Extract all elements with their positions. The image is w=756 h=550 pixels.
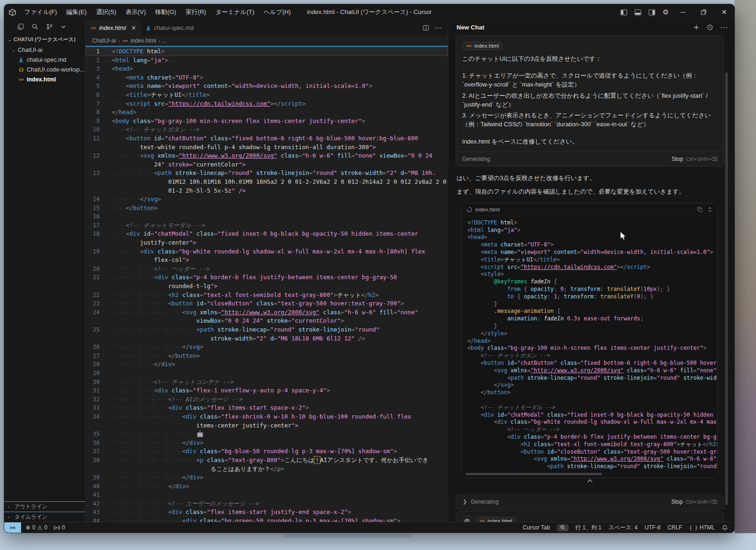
breadcrumb[interactable]: ChatUI-ai › <> index.html › ...	[86, 36, 448, 46]
more-options-icon[interactable]: ⋯	[720, 23, 728, 32]
line-number: 43	[86, 508, 100, 517]
braces-icon: { }	[689, 525, 698, 530]
chat-panel-header: New Chat ⋯	[448, 20, 734, 34]
toggle-right-panel-icon[interactable]	[645, 4, 659, 20]
code-block-line: <body class="bg-gray-100 min-h-screen fl…	[467, 345, 717, 352]
horizontal-scrollbar[interactable]	[465, 472, 713, 476]
chevron-down-icon[interactable]	[61, 24, 66, 29]
code-line: 44····················<div class="bg-gre…	[86, 517, 448, 522]
breadcrumb-file[interactable]: index.html	[131, 37, 156, 44]
chat-scroll-area[interactable]: <> index.html このチャットUIに以下の3点を反映させたいです：1.…	[448, 34, 734, 522]
markdown-file-icon	[18, 57, 24, 63]
tab-index-html[interactable]: <> index.html ✕	[86, 20, 141, 36]
line-number: 17	[86, 221, 100, 230]
breadcrumb-folder[interactable]: ChatUI-ai	[92, 37, 116, 44]
markdown-file-icon	[145, 25, 151, 31]
code-editor[interactable]: 1<!DOCTYPE html>2<html lang="ja">3<head>…	[86, 47, 448, 522]
tree-file-chatui-spec-md[interactable]: chatui-spec.md	[4, 55, 85, 65]
code-block-line: <div id="chatModal" class="fixed inset-0…	[467, 412, 717, 419]
tree-folder-chatui-ai[interactable]: ⌄ ChatUI-ai	[4, 45, 85, 55]
chevron-right-icon: ›	[118, 38, 120, 43]
generating-bar[interactable]: ❯ Generating Stop Ctrl+Shift+⌫	[456, 494, 724, 509]
user-paragraph: 3. メッセージが表示されるとき、アニメーションでフェードインするようにしてくだ…	[462, 111, 718, 129]
stop-shortcut: Ctrl+Shift+⌫	[686, 156, 718, 162]
composer-file-chip[interactable]: <> index.html	[475, 517, 516, 522]
notifications-bell-icon[interactable]	[722, 525, 728, 531]
expand-collapse-icon[interactable]	[707, 207, 712, 212]
indent-indicator[interactable]: スペース: 4	[609, 524, 638, 532]
tab-close-icon[interactable]: ✕	[131, 24, 136, 31]
collapse-code-chevron[interactable]	[456, 479, 724, 483]
language-mode[interactable]: { } HTML	[689, 524, 715, 531]
line-col-indicator[interactable]: 行 1、列 1	[575, 524, 602, 532]
toggle-left-panel-icon[interactable]	[617, 4, 631, 20]
scrollbar-thumb[interactable]	[465, 473, 602, 475]
menu-item[interactable]: 編集(E)	[62, 6, 91, 18]
eol-indicator[interactable]: CRLF	[668, 524, 682, 531]
maximize-button[interactable]	[693, 4, 714, 20]
code-block-line: </style>	[467, 330, 717, 338]
menu-item[interactable]: ターミナル(T)	[211, 6, 259, 18]
close-button[interactable]: ✕	[714, 4, 734, 20]
menu-item[interactable]: 選択(S)	[92, 6, 120, 18]
sidebar-toolbar	[4, 20, 85, 33]
code-line-wrap: stroke-width="2" d="M6 18L18 6M6 6l12 12…	[86, 334, 448, 343]
timeline-section[interactable]: › タイムライン	[4, 512, 85, 522]
menu-item[interactable]: 表示(V)	[122, 6, 150, 18]
code-block-line: </button>	[467, 389, 717, 397]
menu-item[interactable]: 移動(G)	[151, 6, 181, 18]
problems-indicator[interactable]: ⊗0 ⚠0	[26, 524, 47, 531]
ports-indicator[interactable]: 0	[54, 524, 65, 531]
zoom-magnifier-icon[interactable]	[557, 524, 568, 531]
code-line: 31············<div class="flex-1 overflo…	[86, 386, 448, 395]
code-block-header: index.html	[462, 203, 717, 216]
tree-file-index-html[interactable]: <>index.html	[4, 74, 85, 84]
assistant-paragraph: まず、現在のファイルの内容を確認しましたので、必要な変更を加えていきます。	[457, 187, 723, 196]
tab-chatui-spec-md[interactable]: chatui-spec.md	[141, 20, 199, 36]
more-actions-icon[interactable]: ⋯	[435, 23, 442, 32]
chat-composer[interactable]: @ <> index.html Plan, search, build anyt…	[456, 511, 724, 522]
line-number: 7	[86, 100, 100, 109]
source-control-branch-icon[interactable]	[46, 23, 53, 30]
code-block-line: to { opacity: 1; transform: translateY(0…	[467, 293, 717, 301]
cursor-tab-status[interactable]: Cursor Tab	[523, 524, 550, 531]
new-chat-plus-icon[interactable]	[693, 24, 699, 30]
breadcrumb-symbol[interactable]: ...	[162, 37, 167, 44]
line-number: 40	[86, 482, 100, 491]
settings-gear-icon[interactable]: ⚙	[659, 4, 673, 20]
file-context-chip[interactable]: <> index.html	[462, 42, 502, 50]
toggle-bottom-panel-icon[interactable]	[631, 4, 645, 20]
encoding-indicator[interactable]: UTF-8	[645, 524, 661, 531]
panel-scrollbar-thumb[interactable]	[725, 72, 728, 505]
menu-item[interactable]: ファイル(F)	[20, 6, 61, 18]
split-editor-icon[interactable]	[423, 25, 429, 31]
status-bar: >< ⊗0 ⚠0 0 Cursor Tab 行 1、列 1 スペース: 4 UT…	[4, 522, 734, 533]
warning-icon: ⚠	[37, 524, 43, 531]
code-block-content[interactable]: <!DOCTYPE html><html lang="ja"><head> <m…	[462, 216, 717, 471]
add-context-button[interactable]: @	[462, 516, 472, 522]
workspace-header[interactable]: ⌄ CHATUI (ワークスペース)	[4, 33, 85, 45]
remote-indicator[interactable]: ><	[4, 522, 21, 533]
stop-button[interactable]: Stop Ctrl+Shift+⌫	[672, 156, 718, 162]
copy-icon[interactable]	[697, 207, 703, 212]
code-line: 41	[86, 491, 448, 499]
line-number	[86, 178, 100, 187]
generating-label: Generating	[462, 156, 490, 162]
minimize-button[interactable]: ─	[673, 4, 693, 20]
stop-button[interactable]: Stop Ctrl+Shift+⌫	[671, 499, 717, 505]
code-line: 23················<button id="closeButto…	[86, 299, 448, 308]
tree-file-chatui-code-worksp-[interactable]: {}ChatUI.code-worksp...	[4, 65, 85, 74]
code-block-line: <title>チャットUI</title>	[467, 256, 717, 264]
history-clock-icon[interactable]	[707, 24, 713, 30]
user-paragraph: 1. チャットエリアが一定の高さで、スクロールで追従するようにしてください（例：…	[462, 71, 718, 89]
menu-item[interactable]: ヘルプ(H)	[260, 6, 295, 18]
line-number: 36	[86, 439, 100, 448]
menu-item[interactable]: 実行(R)	[182, 6, 211, 18]
chevron-down-icon: ⌄	[12, 48, 15, 52]
sidebar: ⌄ CHATUI (ワークスペース) ⌄ ChatUI-ai chatui-sp…	[4, 20, 86, 522]
cursor-logo-icon	[4, 9, 20, 16]
line-number	[86, 143, 100, 152]
outline-section[interactable]: › アウトライン	[4, 501, 85, 512]
search-icon[interactable]	[32, 23, 38, 30]
explorer-files-icon[interactable]	[17, 23, 24, 30]
